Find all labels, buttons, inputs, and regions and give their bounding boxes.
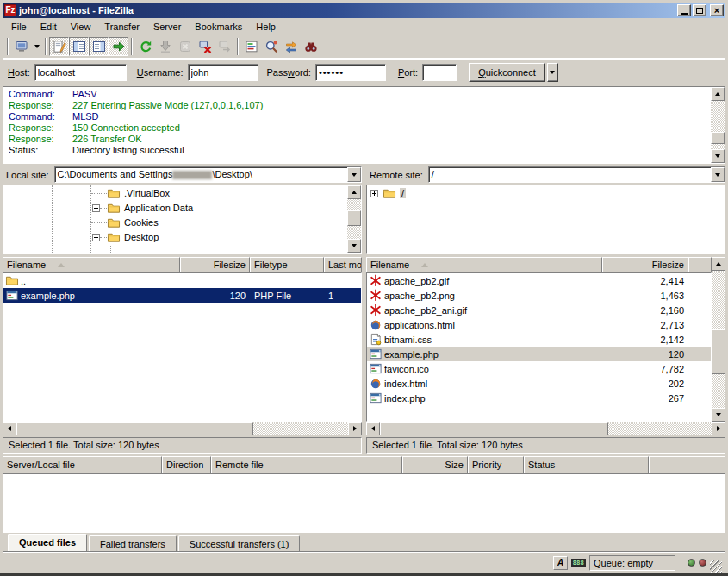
scroll-thumb[interactable] <box>16 422 253 435</box>
scroll-left-button[interactable] <box>366 422 380 435</box>
find-files-button[interactable] <box>301 37 320 56</box>
directory-comparison-button[interactable] <box>261 37 281 56</box>
scroll-down-button[interactable] <box>712 408 725 422</box>
tree-item-application-data[interactable]: Application Data <box>3 201 347 216</box>
css-document-icon <box>369 333 383 346</box>
maximize-button[interactable] <box>693 4 706 16</box>
column-header-filesize[interactable]: Filesize <box>180 257 250 272</box>
scroll-thumb[interactable] <box>347 210 361 226</box>
menu-transfer[interactable]: Transfer <box>97 20 146 34</box>
scroll-up-button[interactable] <box>347 185 361 199</box>
scroll-thumb[interactable] <box>711 132 725 144</box>
file-row[interactable]: apache_pb2.png1,463 <box>367 288 711 303</box>
refresh-button[interactable] <box>135 37 155 56</box>
scroll-up-button[interactable] <box>712 257 725 271</box>
scroll-thumb[interactable] <box>712 329 725 374</box>
column-header-filesize[interactable]: Filesize <box>602 257 688 272</box>
remote-site-dropdown[interactable] <box>711 167 725 182</box>
column-header-priority[interactable]: Priority <box>468 456 524 473</box>
tree-item-virtualbox[interactable]: .VirtualBox <box>3 186 347 201</box>
quickconnect-button[interactable]: Quickconnect <box>469 63 545 82</box>
column-header-status[interactable]: Status <box>524 456 649 473</box>
remote-hscrollbar[interactable] <box>366 422 725 435</box>
tree-expander-plus[interactable] <box>92 204 100 212</box>
directory-filters-button[interactable] <box>241 37 261 56</box>
scroll-down-button[interactable] <box>347 239 361 253</box>
file-row[interactable]: index.html202 <box>367 376 711 391</box>
file-row-parent-dir[interactable]: .. <box>3 273 361 288</box>
process-queue-button[interactable] <box>155 37 175 56</box>
quickconnect-dropdown[interactable] <box>547 63 558 82</box>
minimize-button[interactable] <box>677 4 691 16</box>
scroll-right-button[interactable] <box>712 422 725 435</box>
tree-item-cookies[interactable]: Cookies <box>3 216 347 230</box>
scroll-right-button[interactable] <box>348 422 362 435</box>
menu-edit[interactable]: Edit <box>34 20 64 34</box>
file-row-example-php[interactable]: example.php 120 PHP File 1 <box>3 288 361 303</box>
column-header-last-modified[interactable]: Last modified <box>324 257 362 272</box>
file-row[interactable]: apache_pb2.gif2,414 <box>367 273 711 288</box>
file-row[interactable]: index.php267 <box>367 391 711 405</box>
toggle-message-log-button[interactable] <box>49 37 69 56</box>
log-lines[interactable]: Command:PASV Response:227 Entering Passi… <box>3 87 711 163</box>
log-scrollbar[interactable] <box>711 87 725 163</box>
toggle-local-tree-button[interactable] <box>69 37 89 56</box>
scroll-down-button[interactable] <box>711 149 725 163</box>
menu-bookmarks[interactable]: Bookmarks <box>188 20 249 34</box>
local-site-dropdown[interactable] <box>347 167 361 182</box>
toggle-remote-tree-button[interactable] <box>89 37 109 56</box>
column-header-filetype[interactable]: Filetype <box>250 257 324 272</box>
file-row[interactable]: bitnami.css2,142 <box>367 332 711 347</box>
reconnect-button[interactable] <box>215 37 234 56</box>
tab-successful-transfers[interactable]: Successful transfers (1) <box>178 535 301 552</box>
column-header-filename[interactable]: Filename <box>366 257 602 272</box>
resize-grip[interactable] <box>710 560 722 573</box>
tab-queued-files[interactable]: Queued files <box>8 534 87 552</box>
remote-list-scrollbar[interactable] <box>712 257 725 422</box>
site-manager-dropdown[interactable] <box>31 37 42 56</box>
scroll-up-button[interactable] <box>711 87 725 101</box>
local-tree-scrollbar[interactable] <box>347 185 361 253</box>
scroll-left-button[interactable] <box>3 422 16 435</box>
port-input[interactable] <box>422 64 457 81</box>
column-header-filename[interactable]: Filename <box>3 257 180 272</box>
disconnect-button[interactable] <box>195 37 215 56</box>
remote-list-header: Filename Filesize <box>366 257 712 272</box>
toggle-queue-button[interactable] <box>109 37 128 56</box>
file-row[interactable]: favicon.ico7,782 <box>367 361 711 376</box>
host-input[interactable] <box>34 64 127 81</box>
scroll-thumb[interactable] <box>380 422 608 435</box>
tab-failed-transfers[interactable]: Failed transfers <box>89 535 177 552</box>
column-header-server-local-file[interactable]: Server/Local file <box>3 456 162 473</box>
cancel-operation-button[interactable] <box>175 37 195 56</box>
tree-expander-plus[interactable] <box>370 190 378 197</box>
file-row[interactable]: apache_pb2_ani.gif2,160 <box>367 303 711 317</box>
menu-view[interactable]: View <box>64 20 98 34</box>
username-input[interactable] <box>188 64 258 81</box>
transfer-type-icon[interactable]: A <box>553 556 568 570</box>
local-site-combo[interactable]: C:\Documents and Settings\Desktop\ <box>54 166 362 183</box>
column-header-direction[interactable]: Direction <box>162 456 211 473</box>
menu-file[interactable]: File <box>4 20 34 34</box>
tree-expander-minus[interactable] <box>92 234 100 241</box>
local-tree-view[interactable]: .VirtualBox Application Data Cookies <box>3 185 347 253</box>
remote-site-combo[interactable]: / <box>428 166 725 183</box>
file-row-selected[interactable]: example.php120 <box>367 347 711 361</box>
file-row[interactable]: applications.html2,713 <box>367 317 711 332</box>
menu-help[interactable]: Help <box>249 20 283 34</box>
close-button[interactable]: × <box>710 4 724 16</box>
queue-list[interactable] <box>3 473 725 533</box>
column-header-remote-file[interactable]: Remote file <box>211 456 402 473</box>
menu-server[interactable]: Server <box>146 20 188 34</box>
site-manager-button[interactable] <box>11 37 31 56</box>
remote-tree-view[interactable]: / <box>367 185 725 253</box>
tree-item-desktop[interactable]: Desktop <box>3 230 347 245</box>
remote-file-list[interactable]: apache_pb2.gif2,414 apache_pb2.png1,463 … <box>366 272 712 422</box>
speed-limits-icon[interactable]: 888 <box>571 556 586 570</box>
synchronized-browsing-button[interactable] <box>281 37 301 56</box>
local-hscrollbar[interactable] <box>3 422 362 435</box>
local-file-list[interactable]: .. example.php 120 PHP File 1 <box>3 272 362 422</box>
tree-item-root[interactable]: / <box>367 186 725 201</box>
column-header-size[interactable]: Size <box>402 456 468 473</box>
password-input[interactable] <box>315 64 386 81</box>
